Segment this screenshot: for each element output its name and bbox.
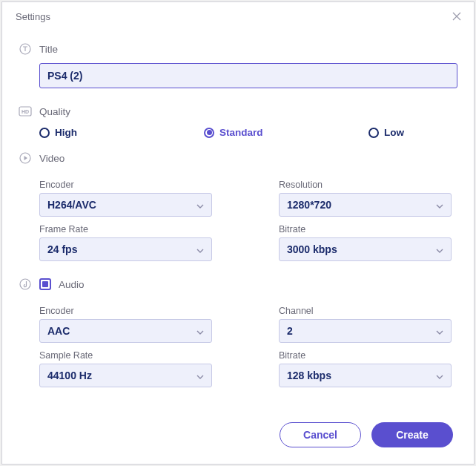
chevron-down-icon [436,369,443,382]
radio-icon [39,128,50,138]
quality-label-standard: Standard [219,127,263,138]
select-value: H264/AVC [47,199,96,211]
play-icon [19,151,32,165]
title-label: Title [39,44,58,55]
quality-section-header: HD Quality [19,105,457,118]
settings-window: Settings Title HD Quality High [1,1,475,465]
audio-channel-select[interactable]: 2 [279,319,452,343]
audio-section-header: Audio [19,278,457,291]
title-icon [19,42,32,56]
close-icon[interactable] [450,10,463,23]
audio-encoder-label: Encoder [39,306,212,316]
audio-label: Audio [59,279,85,290]
audio-encoder-select[interactable]: AAC [39,319,212,343]
cancel-button[interactable]: Cancel [280,422,361,447]
quality-label-high: High [55,127,77,138]
radio-icon [204,128,214,138]
quality-radio-standard[interactable]: Standard [204,127,285,138]
video-encoder-select[interactable]: H264/AVC [39,193,212,217]
quality-options: High Standard Low [19,127,457,138]
content: Title HD Quality High Standard Low [2,27,474,407]
video-encoder-label: Encoder [39,180,212,190]
select-value: 24 fps [47,243,77,255]
quality-label-low: Low [384,127,404,138]
video-framerate-select[interactable]: 24 fps [39,237,212,261]
radio-icon [368,128,379,138]
video-framerate-label: Frame Rate [39,224,212,234]
audio-channel-label: Channel [279,306,452,316]
chevron-down-icon [196,243,204,256]
music-icon [19,278,32,291]
chevron-down-icon [436,198,443,211]
audio-samplerate-select[interactable]: 44100 Hz [39,364,212,387]
chevron-down-icon [436,243,443,256]
quality-radio-high[interactable]: High [39,127,121,138]
select-value: 1280*720 [287,199,331,211]
audio-samplerate-label: Sample Rate [39,350,212,361]
audio-bitrate-select[interactable]: 128 kbps [279,364,452,387]
select-value: AAC [47,325,70,337]
select-value: 2 [287,325,293,337]
title-input[interactable] [39,63,457,88]
chevron-down-icon [436,324,443,338]
video-section-header: Video [19,151,457,165]
titlebar: Settings [2,2,474,27]
svg-text:HD: HD [22,109,29,114]
video-bitrate-label: Bitrate [279,224,452,234]
quality-label: Quality [39,106,70,117]
window-title: Settings [16,11,50,22]
audio-checkbox[interactable] [39,278,51,290]
chevron-down-icon [196,198,204,211]
select-value: 3000 kbps [287,243,337,255]
select-value: 44100 Hz [47,370,92,381]
footer: Cancel Create [2,407,474,464]
video-resolution-select[interactable]: 1280*720 [279,193,452,217]
create-button[interactable]: Create [371,422,453,447]
video-resolution-label: Resolution [279,180,452,190]
chevron-down-icon [196,369,204,382]
title-section-header: Title [19,42,457,56]
select-value: 128 kbps [287,370,331,381]
video-label: Video [39,153,65,164]
video-bitrate-select[interactable]: 3000 kbps [279,237,452,261]
hd-icon: HD [19,105,32,118]
chevron-down-icon [196,324,204,338]
audio-bitrate-label: Bitrate [279,350,452,361]
quality-radio-low[interactable]: Low [368,127,450,138]
